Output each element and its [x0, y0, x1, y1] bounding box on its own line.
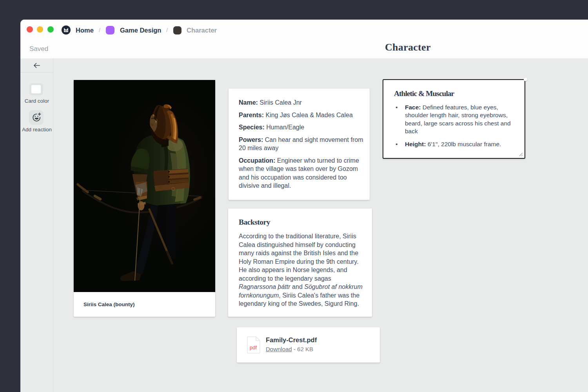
svg-text:pdf: pdf — [250, 345, 257, 350]
